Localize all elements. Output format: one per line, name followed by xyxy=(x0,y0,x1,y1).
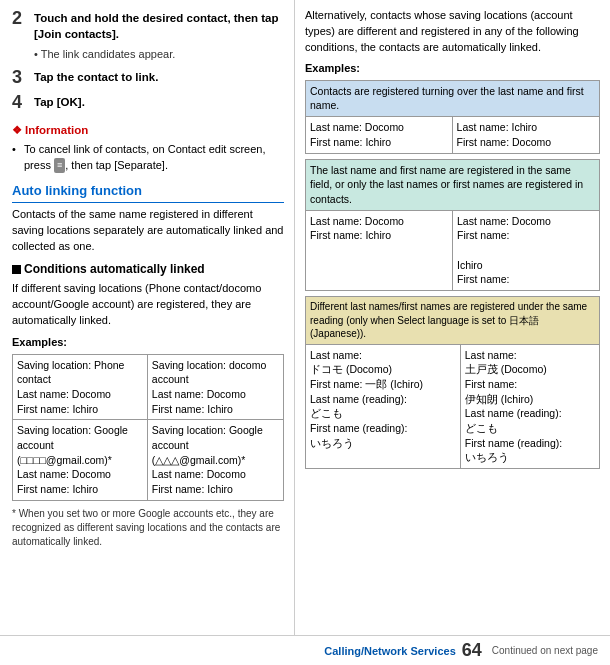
table-header-cell: Contacts are registered turning over the… xyxy=(306,80,600,116)
table-cell: Last name: IchiroFirst name: Docomo xyxy=(452,117,599,153)
right-table-3: Different last names/first names are reg… xyxy=(305,296,600,469)
table-header-row: The last name and first name are registe… xyxy=(306,159,600,210)
table-cell: Saving location: Google account(□□□□@gma… xyxy=(13,420,148,500)
information-title: ❖ Information xyxy=(12,122,284,139)
table-cell: Last name: DocomoFirst name: Ichiro xyxy=(306,210,453,290)
information-section: ❖ Information • To cancel link of contac… xyxy=(12,122,284,173)
right-body-text: Alternatively, contacts whose saving loc… xyxy=(305,8,600,56)
right-table-1: Contacts are registered turning over the… xyxy=(305,80,600,154)
step-3-row: 3 Tap the contact to link. xyxy=(12,67,284,89)
table-header-row: Contacts are registered turning over the… xyxy=(306,80,600,116)
table-row: Saving location: Phone contactLast name:… xyxy=(13,354,284,420)
step-3-text: Tap the contact to link. xyxy=(34,67,158,85)
step-4-text: Tap [OK]. xyxy=(34,92,85,110)
info-bullet: • To cancel link of contacts, on Contact… xyxy=(12,142,284,173)
step-3-number: 3 xyxy=(12,67,30,89)
black-square-icon xyxy=(12,265,21,274)
step-4-number: 4 xyxy=(12,92,30,114)
table-row: Last name: DocomoFirst name: Ichiro Last… xyxy=(306,117,600,153)
table-cell: Last name: DocomoFirst name:IchiroFirst … xyxy=(452,210,599,290)
table-header-row: Different last names/first names are reg… xyxy=(306,297,600,345)
conditions-title: Conditions automatically linked xyxy=(12,260,284,278)
table-row: Last name: DocomoFirst name: Ichiro Last… xyxy=(306,210,600,290)
step-2-text: Touch and hold the desired contact, then… xyxy=(34,8,284,42)
table-row: Last name:ドコモ (Docomo)First name: 一郎 (Ic… xyxy=(306,344,600,469)
step-4-row: 4 Tap [OK]. xyxy=(12,92,284,114)
table-cell: Saving location: Phone contactLast name:… xyxy=(13,354,148,420)
table-cell: Last name:ドコモ (Docomo)First name: 一郎 (Ic… xyxy=(306,344,461,469)
footer-calling-label: Calling/Network Services xyxy=(324,645,455,657)
step-2-row: 2 Touch and hold the desired contact, th… xyxy=(12,8,284,42)
table-cell: Last name: DocomoFirst name: Ichiro xyxy=(306,117,453,153)
table-row: Saving location: Google account(□□□□@gma… xyxy=(13,420,284,500)
table-header-cell: The last name and first name are registe… xyxy=(306,159,600,210)
right-table-2: The last name and first name are registe… xyxy=(305,159,600,292)
auto-linking-title: Auto linking function xyxy=(12,181,284,204)
information-label: Information xyxy=(25,122,88,139)
conditions-label: Conditions automatically linked xyxy=(24,260,205,278)
step-2-number: 2 xyxy=(12,8,30,30)
table-header-cell: Different last names/first names are reg… xyxy=(306,297,600,345)
bullet-icon: • xyxy=(12,142,20,157)
right-examples-label: Examples: xyxy=(305,61,600,77)
table-note: * When you set two or more Google accoun… xyxy=(12,507,284,549)
auto-linking-body: Contacts of the same name registered in … xyxy=(12,207,284,255)
right-column: Alternatively, contacts whose saving loc… xyxy=(295,0,610,665)
table-cell: Saving location: docomo accountLast name… xyxy=(147,354,283,420)
info-bullet-text: To cancel link of contacts, on Contact e… xyxy=(24,142,284,173)
auto-linking-table: Saving location: Phone contactLast name:… xyxy=(12,354,284,501)
left-column: 2 Touch and hold the desired contact, th… xyxy=(0,0,295,665)
menu-icon: ≡ xyxy=(54,158,65,173)
diamond-icon: ❖ xyxy=(12,122,22,139)
table-cell: Saving location: Google account(△△△@gmai… xyxy=(147,420,283,500)
step-2-sub: • The link candidates appear. xyxy=(12,46,284,63)
conditions-body: If different saving locations (Phone con… xyxy=(12,281,284,329)
table-cell: Last name:土戸茂 (Docomo)First name:伊知朗 (Ic… xyxy=(460,344,599,469)
footer-page-number: 64 xyxy=(462,640,482,661)
footer-continued-text: Continued on next page xyxy=(492,645,598,656)
footer: Calling/Network Services 64 Continued on… xyxy=(0,635,610,665)
left-examples-label: Examples: xyxy=(12,334,284,351)
